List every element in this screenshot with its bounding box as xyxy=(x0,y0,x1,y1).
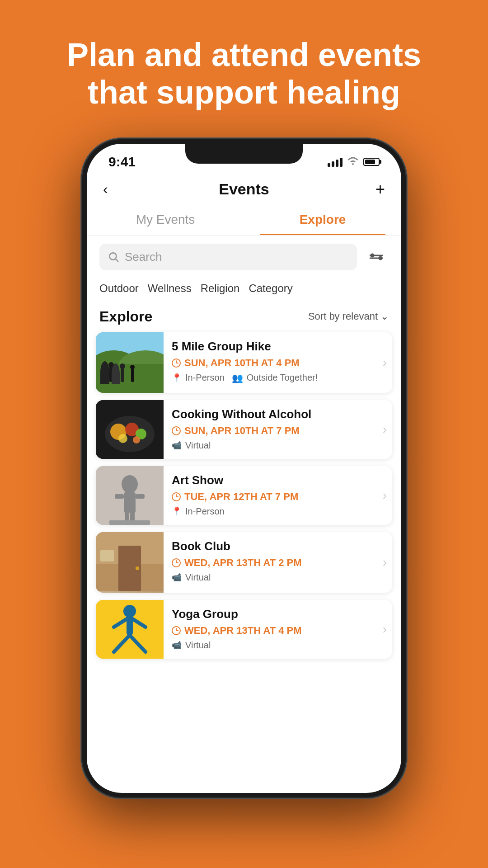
event-meta-cooking: 📹 Virtual xyxy=(172,440,375,451)
status-time: 9:41 xyxy=(108,154,136,170)
filter-button[interactable] xyxy=(364,245,389,269)
event-card-art[interactable]: Art Show TUE, APR 12TH AT 7 PM 📍 In-Pers… xyxy=(96,466,392,525)
svg-point-2 xyxy=(371,254,374,257)
svg-rect-29 xyxy=(136,494,145,499)
category-filters: Outdoor Wellness Religion Category xyxy=(87,276,401,305)
event-meta-hike: 📍 In-Person 👥 Outside Together! xyxy=(172,373,375,383)
category-religion[interactable]: Religion xyxy=(201,279,249,297)
pin-icon: 📍 xyxy=(172,373,182,383)
people-icon: 👥 xyxy=(232,373,243,383)
event-name-hike: 5 Mile Group Hike xyxy=(172,340,375,354)
svg-point-3 xyxy=(379,257,382,259)
filter-icon xyxy=(368,249,385,265)
svg-rect-16 xyxy=(131,368,134,382)
svg-rect-11 xyxy=(96,364,164,391)
event-card-yoga[interactable]: Yoga Group WED, APR 13TH AT 4 PM 📹 Virtu… xyxy=(96,600,392,659)
category-category[interactable]: Category xyxy=(249,279,301,297)
event-info-book: Book Club WED, APR 13TH AT 2 PM 📹 Virtua… xyxy=(164,532,383,593)
event-card-hike[interactable]: 5 Mile Group Hike SUN, APR 10TH AT 4 PM … xyxy=(96,332,392,393)
event-date-cooking: SUN, APR 10TH AT 7 PM xyxy=(172,425,375,437)
event-meta-book: 📹 Virtual xyxy=(172,572,375,583)
video-icon-2: 📹 xyxy=(172,572,182,582)
explore-header: Explore Sort by relevant ⌄ xyxy=(96,305,392,332)
svg-point-15 xyxy=(120,363,125,369)
status-icons xyxy=(328,156,380,168)
clock-icon-3 xyxy=(172,492,181,501)
svg-line-1 xyxy=(116,259,118,262)
event-name-art: Art Show xyxy=(172,473,375,487)
pin-icon-2: 📍 xyxy=(172,506,182,516)
explore-title: Explore xyxy=(99,308,152,325)
search-icon xyxy=(108,251,119,263)
svg-rect-27 xyxy=(124,492,136,513)
event-info-hike: 5 Mile Group Hike SUN, APR 10TH AT 4 PM … xyxy=(164,332,383,393)
back-button[interactable]: ‹ xyxy=(103,181,123,198)
event-card-cooking[interactable]: Cooking Without Alcohol SUN, APR 10TH AT… xyxy=(96,400,392,459)
event-image-book xyxy=(96,532,164,593)
event-name-cooking: Cooking Without Alcohol xyxy=(172,407,375,421)
chevron-right-icon-2: › xyxy=(383,422,392,437)
event-date-book: WED, APR 13TH AT 2 PM xyxy=(172,557,375,569)
tab-my-events[interactable]: My Events xyxy=(87,206,244,235)
search-bar[interactable]: Search xyxy=(99,244,357,270)
svg-rect-28 xyxy=(115,494,124,499)
search-placeholder: Search xyxy=(125,250,162,264)
video-icon: 📹 xyxy=(172,440,182,450)
svg-point-0 xyxy=(109,253,116,259)
phone-notch xyxy=(185,144,303,164)
explore-section: Explore Sort by relevant ⌄ xyxy=(87,305,401,793)
chevron-right-icon-4: › xyxy=(383,555,392,570)
chevron-right-icon-3: › xyxy=(383,488,392,503)
event-card-book[interactable]: Book Club WED, APR 13TH AT 2 PM 📹 Virtua… xyxy=(96,532,392,593)
svg-point-23 xyxy=(118,434,127,443)
clock-icon-2 xyxy=(172,426,181,435)
svg-point-17 xyxy=(130,365,135,369)
event-date-yoga: WED, APR 13TH AT 4 PM xyxy=(172,625,375,637)
battery-icon xyxy=(363,158,380,166)
app-header: ‹ Events + xyxy=(87,175,401,206)
event-name-yoga: Yoga Group xyxy=(172,607,375,621)
chevron-down-icon: ⌄ xyxy=(380,311,389,322)
event-image-art xyxy=(96,466,164,525)
search-row: Search xyxy=(87,236,401,276)
svg-rect-14 xyxy=(121,368,124,382)
event-meta-yoga: 📹 Virtual xyxy=(172,640,375,651)
clock-icon xyxy=(172,359,181,368)
clock-icon-5 xyxy=(172,626,181,635)
svg-point-36 xyxy=(136,566,139,570)
event-info-art: Art Show TUE, APR 12TH AT 7 PM 📍 In-Pers… xyxy=(164,466,383,525)
event-meta-art: 📍 In-Person xyxy=(172,506,375,517)
category-outdoor[interactable]: Outdoor xyxy=(99,279,148,297)
svg-point-24 xyxy=(133,436,140,443)
phone-mockup: 9:41 ‹ Events + xyxy=(81,138,407,798)
svg-point-13 xyxy=(108,362,114,368)
tabs: My Events Explore xyxy=(87,206,401,236)
chevron-right-icon-5: › xyxy=(383,622,392,637)
svg-rect-32 xyxy=(109,520,150,525)
video-icon-3: 📹 xyxy=(172,640,182,650)
event-date-hike: SUN, APR 10TH AT 4 PM xyxy=(172,357,375,369)
wifi-icon xyxy=(347,156,359,168)
chevron-right-icon: › xyxy=(383,355,392,370)
svg-rect-12 xyxy=(109,366,113,382)
event-info-yoga: Yoga Group WED, APR 13TH AT 4 PM 📹 Virtu… xyxy=(164,600,383,659)
event-image-cooking xyxy=(96,400,164,459)
phone-shell: 9:41 ‹ Events + xyxy=(81,138,407,798)
svg-rect-37 xyxy=(100,550,114,561)
category-wellness[interactable]: Wellness xyxy=(148,279,201,297)
sort-button[interactable]: Sort by relevant ⌄ xyxy=(308,311,389,322)
hero-tagline: Plan and attend events that support heal… xyxy=(0,0,488,138)
tab-explore[interactable]: Explore xyxy=(244,206,401,235)
clock-icon-4 xyxy=(172,558,181,567)
event-name-book: Book Club xyxy=(172,539,375,553)
event-image-yoga xyxy=(96,600,164,659)
event-date-art: TUE, APR 12TH AT 7 PM xyxy=(172,491,375,503)
event-image-hike xyxy=(96,332,164,393)
add-button[interactable]: + xyxy=(365,180,385,199)
signal-icon xyxy=(328,157,343,167)
svg-point-26 xyxy=(122,475,138,493)
phone-screen: 9:41 ‹ Events + xyxy=(87,144,401,793)
event-info-cooking: Cooking Without Alcohol SUN, APR 10TH AT… xyxy=(164,400,383,459)
svg-rect-42 xyxy=(127,617,133,635)
page-title: Events xyxy=(219,180,269,198)
